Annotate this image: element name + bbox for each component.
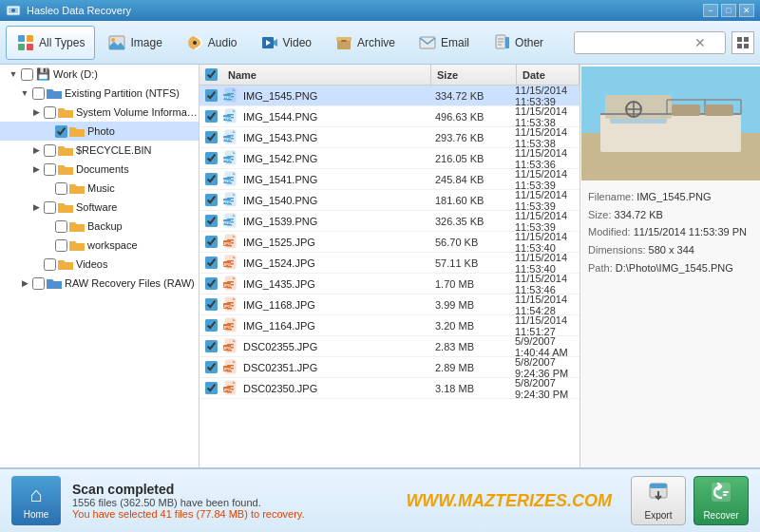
tree-toggle[interactable]: ▶ [30, 144, 42, 156]
tree-toggle[interactable]: ▶ [19, 277, 30, 289]
tree-checkbox-documents[interactable] [44, 163, 56, 176]
file-checkbox[interactable] [205, 319, 218, 332]
file-row[interactable]: PNG IMG_1539.PNG 326.35 KB 11/15/2014 11… [200, 211, 580, 232]
file-row[interactable]: JPG IMG_1164.JPG 3.20 MB 11/15/2014 11:5… [200, 315, 580, 336]
file-checkbox[interactable] [205, 298, 218, 311]
file-type-icon: PNG [222, 128, 241, 147]
tree-toggle[interactable] [42, 182, 53, 194]
tree-checkbox-raw[interactable] [32, 277, 45, 290]
tree-item-work[interactable]: ▼ 💾 Work (D:) [0, 65, 199, 84]
svg-text:JPG: JPG [223, 241, 231, 246]
file-checkbox[interactable] [205, 110, 218, 123]
svg-text:PNG: PNG [223, 179, 231, 183]
file-checkbox[interactable] [205, 173, 218, 185]
file-checkbox[interactable] [205, 152, 218, 164]
tree-item-existing[interactable]: ▼ Existing Partition (NTFS) [0, 84, 199, 103]
tree-checkbox-srecycle[interactable] [44, 144, 56, 157]
select-all-checkbox[interactable] [205, 68, 218, 81]
file-checkbox[interactable] [205, 277, 218, 290]
search-clear-icon[interactable]: ✕ [694, 35, 706, 50]
tree-toggle[interactable] [42, 239, 53, 251]
file-row[interactable]: JPG IMG_1168.JPG 3.99 MB 11/15/2014 11:5… [200, 294, 580, 315]
file-row[interactable]: JPG DSC02351.JPG 2.89 MB 5/8/2007 9:24:3… [200, 357, 580, 378]
tree-checkbox-work[interactable] [21, 68, 33, 81]
file-date: 11/15/2014 11:53:40 [515, 231, 580, 254]
audio-button[interactable]: Audio [175, 26, 248, 60]
tree-checkbox-existing[interactable] [32, 87, 45, 100]
file-row[interactable]: PNG IMG_1543.PNG 293.76 KB 11/15/2014 11… [200, 127, 580, 148]
tree-checkbox-photo[interactable] [55, 125, 67, 138]
archive-button[interactable]: Archive [324, 26, 406, 60]
file-checkbox[interactable] [205, 361, 218, 373]
tree-item-documents[interactable]: ▶ Documents [0, 160, 199, 179]
file-name: IMG_1545.PNG [243, 90, 429, 102]
tree-toggle[interactable] [42, 220, 53, 232]
email-icon [418, 33, 437, 52]
file-checkbox[interactable] [205, 382, 218, 394]
file-row[interactable]: PNG IMG_1545.PNG 334.72 KB 11/15/2014 11… [200, 86, 580, 106]
close-button[interactable]: ✕ [739, 4, 754, 17]
svg-point-8 [111, 38, 115, 42]
file-checkbox[interactable] [205, 340, 218, 352]
tree-checkbox-software[interactable] [44, 201, 56, 214]
file-row[interactable]: JPG DSC02350.JPG 3.18 MB 5/8/2007 9:24:3… [200, 378, 580, 399]
file-checkbox[interactable] [205, 131, 218, 143]
tree-item-software[interactable]: ▶ Software [0, 198, 199, 217]
tree-toggle[interactable]: ▼ [8, 68, 19, 80]
tree-item-backup[interactable]: Backup [0, 217, 199, 236]
email-button[interactable]: Email [408, 26, 480, 60]
file-row[interactable]: JPG IMG_1524.JPG 57.11 KB 11/15/2014 11:… [200, 253, 580, 274]
other-icon [492, 33, 511, 52]
search-box[interactable]: ✕ [574, 31, 726, 54]
home-button[interactable]: ⌂ Home [11, 476, 61, 525]
tree-toggle[interactable]: ▶ [30, 106, 42, 118]
file-row[interactable]: PNG IMG_1542.PNG 216.05 KB 11/15/2014 11… [200, 148, 580, 169]
recover-button[interactable]: Recover [694, 476, 749, 525]
tree-item-srecycle[interactable]: ▶ $RECYCLE.BIN [0, 141, 199, 160]
file-checkbox[interactable] [205, 89, 218, 102]
tree-checkbox-workspace[interactable] [55, 239, 67, 252]
file-row[interactable]: JPG IMG_1525.JPG 56.70 KB 11/15/2014 11:… [200, 232, 580, 253]
file-name: IMG_1524.JPG [243, 257, 429, 269]
tree-toggle[interactable]: ▶ [30, 163, 42, 175]
file-size: 334.72 KB [429, 90, 515, 102]
recover-icon [710, 481, 732, 508]
file-checkbox[interactable] [205, 215, 218, 227]
file-row[interactable]: PNG IMG_1540.PNG 181.60 KB 11/15/2014 11… [200, 190, 580, 211]
tree-item-workspace[interactable]: workspace [0, 236, 199, 255]
svg-text:JPG: JPG [223, 388, 231, 392]
tree-toggle[interactable]: ▶ [30, 201, 42, 213]
tree-checkbox-videos[interactable] [44, 258, 56, 271]
search-input[interactable] [580, 37, 694, 48]
tree-item-sysvolinfo[interactable]: ▶ System Volume Informati... [0, 103, 199, 122]
tree-toggle[interactable]: ▼ [19, 87, 30, 99]
video-button[interactable]: Video [250, 26, 322, 60]
maximize-button[interactable]: □ [721, 4, 736, 17]
file-row[interactable]: PNG IMG_1544.PNG 496.63 KB 11/15/2014 11… [200, 106, 580, 127]
other-button[interactable]: Other [482, 26, 554, 60]
svg-rect-6 [27, 44, 33, 50]
window-controls[interactable]: − □ ✕ [703, 4, 754, 17]
file-row[interactable]: PNG IMG_1541.PNG 245.84 KB 11/15/2014 11… [200, 169, 580, 190]
tree-checkbox-backup[interactable] [55, 220, 67, 233]
view-toggle-button[interactable] [732, 31, 754, 54]
export-button[interactable]: Export [631, 476, 686, 525]
tree-item-raw[interactable]: ▶ RAW Recovery Files (RAW) [0, 274, 199, 293]
file-checkbox[interactable] [205, 236, 218, 248]
file-row[interactable]: JPG DSC02355.JPG 2.83 MB 5/9/2007 1:40:4… [200, 336, 580, 357]
minimize-button[interactable]: − [703, 4, 718, 17]
file-checkbox[interactable] [205, 256, 218, 269]
tree-checkbox-music[interactable] [55, 182, 67, 195]
tree-toggle[interactable] [30, 258, 42, 270]
file-size: 216.05 KB [429, 153, 515, 164]
tree-item-videos[interactable]: Videos [0, 255, 199, 274]
image-button[interactable]: Image [97, 26, 172, 60]
file-checkbox[interactable] [205, 194, 218, 206]
tree-checkbox-sysvolinfo[interactable] [44, 106, 56, 119]
file-type-icon: JPG [222, 316, 241, 335]
tree-item-photo[interactable]: Photo [0, 122, 199, 141]
tree-toggle[interactable] [42, 125, 53, 137]
all-types-button[interactable]: All Types [6, 26, 95, 60]
file-row[interactable]: JPG IMG_1435.JPG 1.70 MB 11/15/2014 11:5… [200, 274, 580, 294]
tree-item-music[interactable]: Music [0, 179, 199, 198]
